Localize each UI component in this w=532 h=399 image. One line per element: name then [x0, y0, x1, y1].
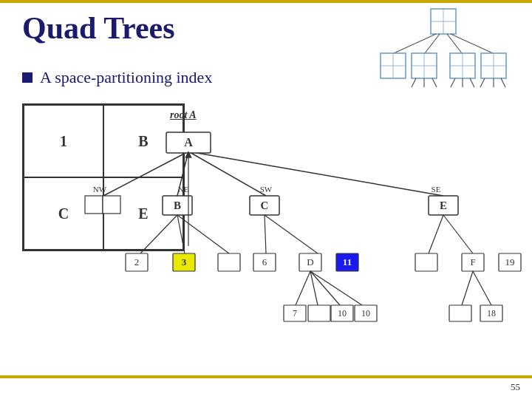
bottom-border	[0, 375, 532, 378]
page-number: 55	[511, 381, 520, 393]
page-title: Quad Trees	[22, 10, 175, 46]
svg-text:7: 7	[293, 308, 297, 318]
svg-rect-57	[218, 253, 240, 271]
bullet-section: A space-partitioning index	[22, 68, 212, 87]
bullet-text: A space-partitioning index	[40, 68, 212, 87]
svg-text:2: 2	[134, 256, 140, 267]
svg-line-6	[451, 34, 493, 53]
svg-line-81	[473, 271, 491, 305]
svg-text:A: A	[184, 136, 193, 149]
svg-text:10: 10	[338, 308, 347, 318]
svg-text:19: 19	[505, 256, 515, 267]
svg-rect-38	[85, 196, 103, 214]
svg-text:10: 10	[361, 308, 370, 318]
svg-line-5	[447, 34, 462, 53]
svg-text:NW: NW	[93, 185, 107, 194]
tree-diagram: A NW NE SW SE B C E 2 3 6 D 11 F 19	[0, 122, 532, 373]
svg-text:B: B	[174, 200, 181, 211]
svg-line-72	[310, 271, 362, 305]
svg-text:SE: SE	[432, 185, 441, 194]
svg-line-24	[470, 78, 474, 87]
quad-illustration	[366, 7, 521, 92]
svg-line-19	[412, 78, 416, 87]
svg-line-25	[480, 78, 485, 87]
svg-rect-64	[415, 253, 437, 271]
svg-line-47	[177, 215, 185, 253]
svg-line-48	[177, 215, 229, 253]
svg-rect-75	[308, 305, 330, 321]
svg-line-3	[394, 34, 436, 53]
svg-text:SW: SW	[260, 185, 273, 194]
svg-line-51	[429, 215, 443, 253]
svg-line-27	[501, 78, 505, 87]
svg-text:NE: NE	[178, 185, 189, 194]
svg-line-70	[310, 271, 318, 305]
svg-line-21	[432, 78, 437, 87]
svg-rect-82	[449, 305, 471, 321]
svg-line-50	[265, 215, 318, 253]
svg-text:F: F	[470, 256, 475, 267]
svg-line-69	[296, 271, 310, 305]
bullet-icon	[22, 72, 33, 83]
svg-text:E: E	[440, 200, 447, 211]
svg-line-28	[103, 151, 188, 196]
svg-rect-39	[103, 196, 120, 214]
svg-line-46	[140, 215, 177, 253]
top-border	[0, 0, 532, 3]
svg-text:11: 11	[343, 256, 352, 267]
svg-text:C: C	[261, 200, 269, 211]
svg-line-4	[425, 34, 440, 53]
svg-line-52	[443, 215, 473, 253]
svg-text:18: 18	[487, 308, 496, 318]
svg-line-22	[451, 78, 455, 87]
svg-text:6: 6	[262, 256, 267, 267]
svg-line-49	[265, 215, 266, 253]
svg-text:D: D	[307, 256, 313, 267]
svg-line-80	[462, 271, 473, 305]
svg-text:3: 3	[182, 256, 187, 267]
